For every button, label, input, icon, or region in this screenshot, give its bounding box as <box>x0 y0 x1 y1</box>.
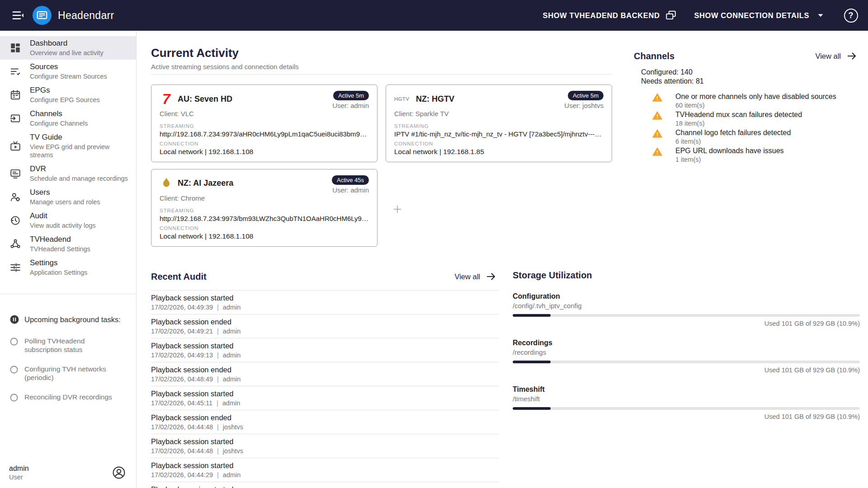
audit-timestamp: 17/02/2026, 04:44:29 <box>151 471 213 479</box>
volume-usage: Used 101 GB of 929 GB (10.9%) <box>513 366 860 374</box>
pipe-separator: | <box>217 327 219 335</box>
volume-progress-bar <box>513 314 860 317</box>
session-user: User: joshtvs <box>564 102 604 109</box>
help-button[interactable]: ? <box>840 5 862 26</box>
sidebar-nav: Dashboard Overview and live activity Sou… <box>0 36 136 279</box>
sidebar-item-dashboard[interactable]: Dashboard Overview and live activity <box>0 36 136 60</box>
audit-row: Playback session started 17/02/2026, 04:… <box>151 458 499 482</box>
session-connection: Local network | 192.168.1.85 <box>394 148 604 156</box>
sidebar-item-sources[interactable]: Sources Configure Stream Sources <box>0 60 136 83</box>
audit-user: admin <box>223 351 241 359</box>
pipe-separator: | <box>217 447 219 455</box>
task-status-circle-icon <box>9 365 19 375</box>
audit-event: Playback session started <box>151 341 499 351</box>
open-backend-window-icon <box>665 9 677 21</box>
menu-toggle-button[interactable] <box>7 5 29 26</box>
audit-row: Playback session ended 17/02/2026, 04:49… <box>151 314 499 338</box>
calendar-icon <box>9 89 22 101</box>
task-status-circle-icon <box>9 393 19 403</box>
sidebar-item-sublabel: Application Settings <box>30 268 87 277</box>
connection-label: CONNECTION <box>160 225 369 231</box>
sidebar-item-label: Settings <box>30 258 87 267</box>
sidebar: Dashboard Overview and live activity Sou… <box>0 31 137 488</box>
arrow-forward-icon <box>846 51 857 61</box>
audit-event: Playback session started <box>151 389 499 399</box>
view-all-label: View all <box>815 52 841 61</box>
audit-timestamp: 17/02/2026, 04:49:21 <box>151 327 213 335</box>
audit-event: Playback session started <box>151 437 499 446</box>
warning-text: TVHeadend mux scan failures detected <box>675 110 802 119</box>
user-role: User <box>9 474 29 481</box>
pause-circle-icon <box>9 314 20 325</box>
sidebar-item-sublabel: Manage users and roles <box>30 198 100 206</box>
audit-user: admin <box>223 303 241 311</box>
topbar-actions: SHOW TVHEADEND BACKEND SHOW CONNECTION D… <box>538 5 862 26</box>
audit-user: admin <box>222 399 241 407</box>
seven-network-logo: 7 <box>160 92 173 106</box>
channels-view-all-button[interactable]: View all <box>812 49 860 63</box>
audit-timestamp: 17/02/2026, 04:49:39 <box>151 303 213 311</box>
sidebar-item-epgs[interactable]: EPGs Configure EPG Sources <box>0 83 136 107</box>
account-circle-icon[interactable] <box>112 465 126 480</box>
warning-icon <box>652 92 663 103</box>
dvr-icon <box>9 168 22 179</box>
tasks-header-label: Upcoming background tasks: <box>24 315 121 324</box>
volume-progress-bar <box>513 361 860 363</box>
session-user: User: admin <box>332 186 369 194</box>
audit-user: admin <box>223 471 241 479</box>
session-connection: Local network | 192.168.1.108 <box>160 148 369 156</box>
channel-warning-row[interactable]: Channel logo fetch failures detected 6 i… <box>652 128 860 146</box>
session-client: Client: Chrome <box>160 194 369 202</box>
sidebar-item-settings[interactable]: Settings Application Settings <box>0 256 136 279</box>
volume-path: /config/.tvh_iptv_config <box>513 302 860 310</box>
page-title: Current Activity <box>151 46 612 60</box>
warning-text: One or more channels only have disabled … <box>675 92 836 101</box>
sidebar-item-audit[interactable]: Audit View audit activity logs <box>0 209 136 232</box>
sidebar-item-tvheadend[interactable]: TVHeadend TVHeadend Settings <box>0 232 136 256</box>
recent-audit-title: Recent Audit <box>151 272 207 282</box>
current-activity-section: Current Activity Active streaming sessio… <box>151 46 612 247</box>
dashboard-icon <box>9 42 22 54</box>
channel-warning-row[interactable]: One or more channels only have disabled … <box>652 92 860 110</box>
channel-warning-row[interactable]: TVHeadend mux scan failures detected 18 … <box>652 110 860 128</box>
warning-count: 18 item(s) <box>675 119 802 128</box>
sidebar-item-tv-guide[interactable]: TV Guide View EPG grid and preview strea… <box>0 130 136 162</box>
volume-progress-fill <box>513 407 551 410</box>
sources-list-icon <box>9 66 22 77</box>
audit-event: Playback session started <box>151 293 499 303</box>
sidebar-item-dvr[interactable]: DVR Schedule and manage recordings <box>0 162 136 185</box>
audit-row: Playback session ended 17/02/2026, 04:48… <box>151 362 499 386</box>
sidebar-item-sublabel: Schedule and manage recordings <box>30 174 128 183</box>
show-connection-details-button[interactable]: SHOW CONNECTION DETAILS <box>689 5 832 26</box>
channels-configured-count: Configured: 140 <box>641 68 860 77</box>
tune-icon <box>9 262 22 273</box>
warning-text: EPG URL downloads have issues <box>675 146 784 155</box>
input-icon <box>9 113 22 124</box>
active-badge: Active 5m <box>333 91 369 100</box>
task-label: Polling TVHeadend subscription status <box>24 337 120 354</box>
sidebar-item-label: TV Guide <box>30 133 132 142</box>
channels-panel: Channels View all Configured: 140 Needs … <box>634 46 860 247</box>
channel-warning-row[interactable]: EPG URL downloads have issues 1 item(s) <box>652 146 860 164</box>
audit-timestamp: 17/02/2026, 04:44:48 <box>151 447 213 455</box>
background-tasks: Upcoming background tasks: Polling TVHea… <box>0 294 136 413</box>
volume-progress-bar <box>513 407 860 410</box>
volume-progress-fill <box>513 314 551 317</box>
audit-row: Playback session started 17/02/2026, 04:… <box>151 386 499 410</box>
brand: Headendarr <box>33 6 114 25</box>
warning-icon <box>652 110 663 121</box>
sidebar-item-sublabel: Configure EPG Sources <box>30 96 100 104</box>
storage-volume-configuration: Configuration /config/.tvh_iptv_config U… <box>513 292 860 327</box>
sidebar-item-channels[interactable]: Channels Configure Channels <box>0 107 136 130</box>
pipe-separator: | <box>217 303 219 311</box>
sidebar-item-sublabel: View EPG grid and preview streams <box>30 143 132 159</box>
storage-title: Storage Utilization <box>513 270 860 281</box>
warning-icon <box>652 146 663 157</box>
warning-text: Channel logo fetch failures detected <box>675 128 791 137</box>
session-client: Client: Sparkle TV <box>394 110 604 117</box>
sidebar-item-sublabel: View audit activity logs <box>30 221 96 230</box>
audit-view-all-button[interactable]: View all <box>452 269 499 284</box>
sidebar-item-users[interactable]: Users Manage users and roles <box>0 185 136 209</box>
show-tvheadend-backend-button[interactable]: SHOW TVHEADEND BACKEND <box>538 5 683 26</box>
audit-row: Playback session started <box>151 482 499 488</box>
